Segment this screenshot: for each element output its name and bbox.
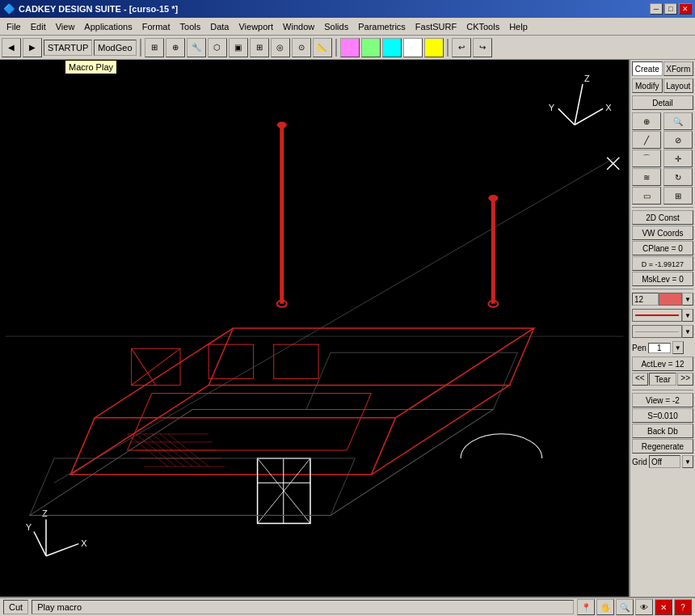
cad-canvas[interactable]: X Y Z X Y Z <box>0 60 629 597</box>
toolbar-btn-color-cyan[interactable] <box>382 38 402 57</box>
status-icon-6[interactable]: ? <box>674 599 692 615</box>
svg-text:X: X <box>81 538 87 548</box>
menu-data[interactable]: Data <box>205 20 234 33</box>
menu-help[interactable]: Help <box>504 20 533 33</box>
color-box[interactable] <box>659 293 682 306</box>
menu-applications[interactable]: Applications <box>79 20 137 33</box>
menu-parametrics[interactable]: Parametrics <box>353 20 411 33</box>
icon-pan[interactable]: ✛ <box>663 150 693 167</box>
msk-lev-button[interactable]: MskLev = 0 <box>632 272 693 286</box>
toolbar-back-btn[interactable]: ◀ <box>2 38 21 57</box>
status-icon-4[interactable]: 👁 <box>635 599 653 615</box>
status-icon-2[interactable]: 🖐 <box>596 599 614 615</box>
icon-spline[interactable]: ≋ <box>632 168 661 186</box>
window-title: CADKEY DESIGN SUITE - [curso-15 *] <box>19 4 178 14</box>
menu-fastsurf[interactable]: FastSURF <box>411 20 461 33</box>
toolbar-btn-3[interactable]: 🔧 <box>187 38 206 57</box>
menu-file[interactable]: File <box>2 20 26 33</box>
menu-cktools[interactable]: CKTools <box>461 20 504 33</box>
toolbar-btn-color-yellow[interactable] <box>424 38 444 57</box>
toolbar-btn-8[interactable]: ⊙ <box>292 38 311 57</box>
toolbar-btn-color-white[interactable] <box>403 38 423 57</box>
vw-coords-button[interactable]: VW Coords <box>632 226 693 240</box>
toolbar-btn-undo[interactable]: ↩ <box>452 38 471 57</box>
line-type-1-row: ▼ <box>632 308 693 323</box>
maximize-button[interactable]: □ <box>664 3 677 15</box>
cplane-button[interactable]: CPlane = 0 <box>632 241 693 255</box>
line-type-1-dropdown[interactable]: ▼ <box>682 309 693 322</box>
tear-left-button[interactable]: << <box>632 373 648 386</box>
view-button[interactable]: View = -2 <box>632 393 693 407</box>
tear-main[interactable]: Tear <box>649 373 677 386</box>
pen-dropdown[interactable]: ▼ <box>672 341 684 354</box>
color-value-display: 12 <box>632 293 659 306</box>
menu-tools[interactable]: Tools <box>175 20 206 33</box>
color-dropdown[interactable]: ▼ <box>682 293 693 306</box>
title-bar-controls[interactable]: ─ □ ✕ <box>650 3 692 15</box>
grid-value: Off <box>649 455 680 468</box>
toolbar-btn-7[interactable]: ◎ <box>271 38 290 57</box>
icon-zoom2[interactable]: ⊘ <box>663 131 693 149</box>
icon-rotate[interactable]: ↻ <box>663 168 693 186</box>
viewport[interactable]: Macro Play X Y Z X Y Z <box>0 60 629 597</box>
toolbar-btn-1[interactable]: ⊞ <box>145 38 164 57</box>
top-tab-row: Create XForm <box>632 61 693 76</box>
tab-modify[interactable]: Modify <box>632 78 663 93</box>
grid-dropdown[interactable]: ▼ <box>682 455 693 468</box>
status-icons: 📍 🖐 🔍 👁 ✕ ? <box>577 599 692 615</box>
back-db-button[interactable]: Back Db <box>632 424 693 438</box>
line-type-2-dropdown[interactable]: ▼ <box>682 325 693 338</box>
d-value-button[interactable]: D = -1.99127 <box>632 256 693 271</box>
tab-layout[interactable]: Layout <box>663 78 694 93</box>
toolbar-btn-9[interactable]: 📐 <box>313 38 332 57</box>
line-type-2-row: ▼ <box>632 324 693 339</box>
toolbar-fwd-btn[interactable]: ▶ <box>23 38 42 57</box>
color-selector-row: 12 ▼ <box>632 292 693 306</box>
status-icon-5[interactable]: ✕ <box>655 599 672 615</box>
menu-view[interactable]: View <box>51 20 80 33</box>
regenerate-button[interactable]: Regenerate <box>632 439 693 454</box>
icon-grid-btn[interactable]: ⊞ <box>663 187 693 205</box>
menu-viewport[interactable]: Viewport <box>234 20 278 33</box>
main-area: Macro Play X Y Z X Y Z <box>0 60 695 597</box>
toolbar-btn-2[interactable]: ⊕ <box>166 38 185 57</box>
toolbar-btn-4[interactable]: ⬡ <box>208 38 227 57</box>
icon-arc[interactable]: ⌒ <box>632 150 661 167</box>
toolbar-btn-color-pink[interactable] <box>340 38 360 57</box>
title-bar-left: 🔷 CADKEY DESIGN SUITE - [curso-15 *] <box>3 3 178 15</box>
pen-value: 1 <box>648 343 671 353</box>
two-d-const-button[interactable]: 2D Const <box>632 210 693 225</box>
act-lev-button[interactable]: ActLev = 12 <box>632 357 693 371</box>
line-type-1-display <box>632 309 682 322</box>
grid-label: Grid <box>632 458 647 466</box>
tab-xform[interactable]: XForm <box>663 61 694 76</box>
toolbar-btn-5[interactable]: ▣ <box>229 38 248 57</box>
macro-play-tooltip: Macro Play <box>65 60 117 74</box>
toolbar-modgeo-label: ModGeo <box>94 40 136 56</box>
close-button[interactable]: ✕ <box>679 3 692 15</box>
menu-format[interactable]: Format <box>137 20 175 33</box>
icon-point[interactable]: ⊕ <box>632 112 661 130</box>
icon-line[interactable]: ╱ <box>632 131 661 149</box>
status-icon-1[interactable]: 📍 <box>577 599 595 615</box>
tear-row: << Tear >> <box>632 372 693 386</box>
status-icon-3[interactable]: 🔍 <box>616 599 634 615</box>
s-value-button[interactable]: S=0.010 <box>632 408 693 423</box>
menu-edit[interactable]: Edit <box>26 20 51 33</box>
toolbar-btn-redo[interactable]: ↪ <box>473 38 492 57</box>
line-type-2-display <box>632 325 682 338</box>
icon-zoom[interactable]: 🔍 <box>663 112 693 130</box>
title-bar: 🔷 CADKEY DESIGN SUITE - [curso-15 *] ─ □… <box>0 0 695 18</box>
toolbar-btn-color-green[interactable] <box>361 38 381 57</box>
menu-solids[interactable]: Solids <box>319 20 353 33</box>
menu-window[interactable]: Window <box>278 20 319 33</box>
icon-grid: ⊕ 🔍 ╱ ⊘ ⌒ ✛ ≋ ↻ ▭ ⊞ <box>632 112 693 205</box>
tear-right-button[interactable]: >> <box>677 373 693 386</box>
tab-detail[interactable]: Detail <box>632 95 693 110</box>
icon-rect[interactable]: ▭ <box>632 187 661 205</box>
pen-label: Pen <box>632 344 647 352</box>
app-icon: 🔷 <box>3 3 15 15</box>
toolbar-btn-6[interactable]: ⊞ <box>250 38 269 57</box>
minimize-button[interactable]: ─ <box>650 3 663 15</box>
tab-create[interactable]: Create <box>632 61 663 76</box>
